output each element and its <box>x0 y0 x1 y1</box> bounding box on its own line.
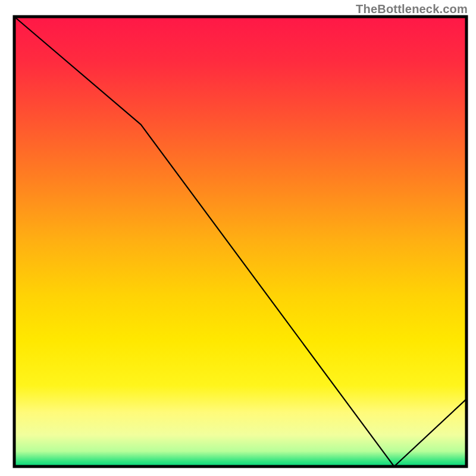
chart-canvas <box>0 0 476 476</box>
gradient-background <box>14 17 466 466</box>
